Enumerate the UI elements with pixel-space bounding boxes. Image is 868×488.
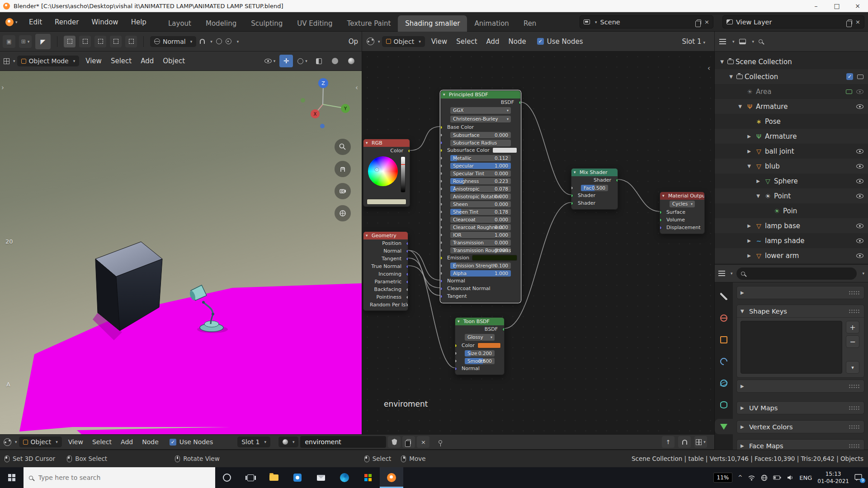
tool-icon[interactable]: ▣ [3,35,15,48]
overlays-toggle[interactable]: ▾ [296,55,309,67]
output-socket[interactable] [406,242,408,245]
node-input-anisotropic-rotation[interactable]: Anisotropic Rotation0.000 [441,192,520,200]
node-input-metallic[interactable]: Metallic0.112 [441,154,520,162]
viewport-menu-select[interactable]: Select [106,57,136,65]
value-slider[interactable]: IOR1.000 [450,232,511,238]
fake-user-button[interactable] [388,436,401,448]
color-wheel[interactable] [368,156,398,186]
input-socket[interactable] [441,156,443,160]
value-slider[interactable]: Roughness0.223 [450,178,511,184]
outliner-row[interactable]: ▼Scene Collection [715,54,868,69]
disclosure-arrow[interactable]: ▶ [741,405,746,410]
color-swatch[interactable] [477,343,501,348]
outliner-row[interactable]: ☀Poin [715,203,868,218]
properties-tab-modifiers[interactable] [715,354,733,369]
node-principled-bsdf[interactable]: Principled BSDF BSDF GGX▾ Christensen-Bu… [440,90,521,303]
shape-keys-list[interactable] [741,321,842,374]
hide-eye-icon[interactable] [856,253,863,258]
input-socket[interactable] [441,187,443,191]
output-socket[interactable] [406,303,408,307]
disclosure-arrow[interactable]: ▶ [741,384,746,389]
target-dropdown[interactable]: Cycles▾ [670,201,695,207]
value-slider[interactable]: Specular Tint0.000 [450,170,511,177]
output-socket[interactable] [406,249,408,253]
hide-eye-icon[interactable] [856,89,863,94]
input-socket[interactable] [441,233,443,237]
workspace-tab-layout[interactable]: Layout [161,15,198,32]
output-socket[interactable] [616,178,618,182]
input-socket[interactable] [441,172,443,175]
node-toon-bsdf[interactable]: Toon BSDF BSDF Glossy▾ ColorSize0.200Smo… [455,317,505,375]
material-slot-dropdown[interactable]: Slot 1▾ [682,38,705,46]
value-slider[interactable]: Smooth0.600 [465,358,495,364]
input-socket[interactable] [441,179,443,183]
panel-header[interactable]: ▶ [737,286,864,299]
node-input-emission-strength[interactable]: Emission Strength0.100 [441,262,520,269]
cortana-button[interactable] [215,467,239,488]
node-link[interactable] [408,266,440,288]
viewport-3d[interactable]: Z X Y ‹ › 20 A [0,71,362,434]
remove-shape-key-button[interactable]: − [846,335,859,348]
panel-header[interactable]: ▶Vertex Colors [737,421,864,433]
shader-menu-view[interactable]: View [427,38,452,46]
node-input-smooth[interactable]: Smooth0.600 [455,357,504,365]
xray-toggle[interactable] [312,55,326,67]
workspace-tab-shading-smaller[interactable]: Shading smaller [398,15,467,32]
workspace-tab-ren[interactable]: Ren [516,15,543,32]
menu-edit[interactable]: Edit [23,18,48,26]
value-slider[interactable]: Transmission0.000 [450,239,511,246]
outliner-row[interactable]: ▶ΨArmature [715,129,868,144]
toolbar-expand-chevron[interactable]: › [1,84,4,92]
mail-app-button[interactable] [309,467,333,488]
transform-orientation-dropdown[interactable]: Normal ▾ [150,36,196,47]
panel-header[interactable]: ▼Shape Keys [737,305,864,317]
value-slider[interactable]: Specular1.000 [450,163,511,169]
input-socket[interactable] [660,211,662,214]
shader-editor-type-icon[interactable] [367,38,374,45]
value-slider[interactable]: Transmission Roughness0.000 [450,247,511,253]
properties-options-dropdown[interactable]: ▾ [862,271,864,276]
orthographic-toggle-button[interactable] [335,205,351,221]
options-label[interactable]: Op [349,38,358,46]
value-slider[interactable]: Anisotropic0.078 [450,186,511,192]
output-socket[interactable] [406,296,408,299]
output-socket[interactable] [502,328,504,331]
node-link[interactable] [410,127,440,150]
node-input-clearcoat[interactable]: Clearcoat0.000 [441,216,520,223]
shading-material-button[interactable] [344,55,358,67]
search-icon[interactable] [759,39,763,43]
properties-tab-object[interactable] [715,332,733,347]
shader-menu-select[interactable]: Select [88,438,116,446]
shader-editor-type-icon[interactable] [4,438,11,446]
component-dropdown[interactable]: Glossy▾ [465,334,495,341]
distribution-dropdown[interactable]: GGX▾ [450,107,511,114]
input-socket[interactable] [571,186,573,190]
shader-menu-select[interactable]: Select [452,38,481,46]
outliner-row[interactable]: ▶▽ball joint [715,144,868,159]
disclosure-arrow[interactable]: ▼ [741,309,746,314]
disclosure-arrow[interactable]: ▼ [755,193,762,198]
shader-menu-add[interactable]: Add [116,438,137,446]
disclosure-arrow[interactable]: ▶ [741,424,746,429]
input-socket[interactable] [441,133,443,137]
hide-eye-icon[interactable] [856,164,863,169]
active-tool-dropdown[interactable]: ⊞▾ [19,35,32,48]
disclosure-arrow[interactable]: ▼ [727,74,735,79]
new-scene-icon[interactable] [697,19,701,25]
node-input-fac[interactable]: Fac0.500 [571,184,618,192]
blender-taskbar-button[interactable] [380,467,403,488]
shader-menu-add[interactable]: Add [482,38,504,46]
node-mix-shader[interactable]: Mix Shader Shader Fac0.500ShaderShader [571,168,618,210]
node-input-transmission-roughness[interactable]: Transmission Roughness0.000 [441,246,520,254]
hide-eye-icon[interactable] [856,149,863,154]
properties-tab-physics[interactable] [715,375,733,391]
properties-tab-data[interactable] [715,419,733,434]
add-shape-key-button[interactable]: + [846,321,859,333]
collection-checkbox[interactable]: ✓ [846,73,853,80]
properties-type-icon[interactable] [718,271,725,276]
outliner-row[interactable]: ▶▽Sphere [715,174,868,188]
node-link[interactable] [618,179,660,211]
input-socket[interactable] [441,241,443,244]
shader-node-editor[interactable]: Principled BSDF BSDF GGX▾ Christensen-Bu… [362,52,714,434]
disclosure-arrow[interactable]: ▼ [745,164,753,169]
